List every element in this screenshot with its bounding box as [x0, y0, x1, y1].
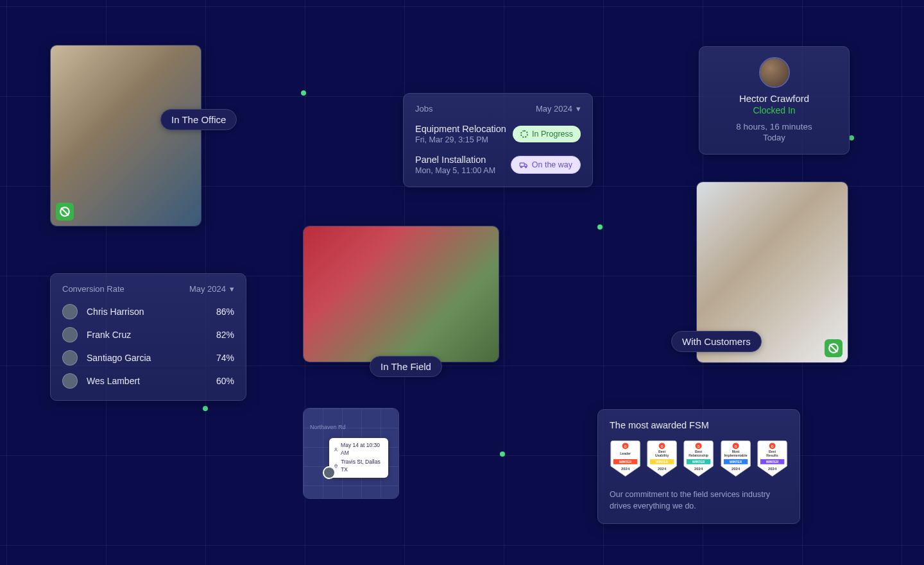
- svg-text:WINTER: WINTER: [656, 460, 669, 464]
- g2-badge: G Leader WINTER 2024: [610, 439, 641, 478]
- svg-text:Usability: Usability: [655, 453, 669, 457]
- job-row[interactable]: Panel Installation Mon, May 5, 11:00 AM …: [415, 155, 581, 175]
- svg-text:2024: 2024: [694, 467, 703, 471]
- map-road-label: Northaven Rd: [310, 424, 346, 430]
- field-image-card: [303, 226, 499, 362]
- office-tag: In The Office: [160, 109, 237, 130]
- technician-name: Hector Crawford: [708, 93, 840, 104]
- field-tag: In The Field: [370, 356, 442, 377]
- conversion-name: Wes Lambert: [87, 376, 216, 386]
- svg-text:Implementable: Implementable: [724, 453, 747, 457]
- job-title: Panel Installation: [415, 155, 495, 165]
- conversion-value: 82%: [216, 330, 234, 340]
- conversion-value: 60%: [216, 376, 234, 386]
- conversion-name: Chris Harrison: [87, 307, 216, 317]
- avatar: [62, 373, 78, 389]
- svg-text:WINTER: WINTER: [766, 460, 779, 464]
- svg-text:G: G: [624, 445, 627, 448]
- svg-text:G: G: [697, 445, 700, 448]
- conversion-period-dropdown[interactable]: May 2024▾: [189, 284, 234, 294]
- avatar: [759, 57, 790, 88]
- brand-logo-badge: [56, 203, 74, 221]
- svg-text:G: G: [734, 445, 737, 448]
- svg-text:Relationship: Relationship: [689, 453, 709, 457]
- avatar: [62, 327, 78, 342]
- map-card[interactable]: Northaven Rd May 14 at 10:30 AM Travis S…: [303, 408, 399, 499]
- g2-badge: G Best Usability WINTER 2024: [646, 439, 678, 478]
- conversion-row[interactable]: Frank Cruz 82%: [62, 327, 234, 342]
- technician-clock-card: Hector Crawford Clocked In 8 hours, 16 m…: [699, 46, 850, 155]
- conversion-row[interactable]: Wes Lambert 60%: [62, 373, 234, 389]
- job-subtitle: Mon, May 5, 11:00 AM: [415, 166, 495, 175]
- status-in-progress: In Progress: [513, 126, 581, 142]
- job-row[interactable]: Equipment Relocation Fri, Mar 29, 3:15 P…: [415, 124, 581, 144]
- conversion-name: Frank Cruz: [87, 330, 216, 340]
- g2-badge: G Best Relationship WINTER 2024: [683, 439, 714, 478]
- conversion-header: Conversion Rate: [62, 284, 124, 294]
- jobs-period-dropdown[interactable]: May 2024▾: [536, 104, 581, 114]
- status-on-the-way: On the way: [511, 156, 581, 174]
- svg-text:G: G: [771, 445, 774, 448]
- g2-badge: G Best Results WINTER 2024: [757, 439, 788, 478]
- accent-dot: [500, 451, 505, 457]
- pin-icon: [334, 464, 338, 469]
- office-image-card: [50, 45, 201, 226]
- svg-text:WINTER: WINTER: [730, 460, 742, 464]
- awards-title: The most awarded FSM: [610, 420, 788, 430]
- svg-text:2024: 2024: [621, 467, 630, 471]
- svg-text:WINTER: WINTER: [619, 460, 632, 464]
- awards-card: The most awarded FSM G Leader WINTER 202…: [597, 409, 800, 524]
- clock-status: Clocked In: [708, 105, 840, 115]
- svg-rect-2: [520, 163, 524, 166]
- accent-dot: [203, 406, 208, 411]
- avatar: [62, 304, 78, 319]
- office-image: [51, 46, 201, 226]
- conversion-value: 74%: [216, 353, 234, 363]
- conversion-row[interactable]: Santiago Garcia 74%: [62, 350, 234, 366]
- clock-hours: 8 hours, 16 minutes: [708, 122, 840, 131]
- svg-point-6: [336, 465, 336, 466]
- spinner-icon: [520, 130, 528, 138]
- accent-dot: [849, 135, 854, 140]
- svg-point-4: [525, 166, 526, 167]
- job-subtitle: Fri, Mar 29, 3:15 PM: [415, 135, 506, 144]
- user-icon: [334, 447, 338, 452]
- map-avatar-pin: [323, 466, 336, 479]
- svg-text:2024: 2024: [658, 467, 667, 471]
- awards-subtitle: Our commitment to the field services ind…: [610, 489, 788, 512]
- svg-text:Results: Results: [766, 453, 778, 457]
- brand-logo-badge: [825, 339, 843, 357]
- job-title: Equipment Relocation: [415, 124, 506, 134]
- svg-point-5: [335, 448, 336, 450]
- jobs-card: Jobs May 2024▾ Equipment Relocation Fri,…: [403, 93, 593, 187]
- accent-dot: [301, 90, 306, 96]
- svg-point-3: [520, 166, 522, 167]
- svg-text:G: G: [661, 445, 663, 448]
- jobs-header: Jobs: [415, 104, 432, 114]
- field-image: [304, 226, 499, 362]
- customers-tag: With Customers: [671, 331, 762, 352]
- map-popup: May 14 at 10:30 AM Travis St, Dallas TX: [329, 438, 388, 478]
- chevron-down-icon: ▾: [576, 104, 581, 114]
- clock-today-label: Today: [708, 133, 840, 142]
- conversion-value: 86%: [216, 307, 234, 317]
- conversion-rate-card: Conversion Rate May 2024▾ Chris Harrison…: [50, 273, 246, 401]
- conversion-row[interactable]: Chris Harrison 86%: [62, 304, 234, 319]
- g2-badge: G Most Implementable WINTER 2024: [720, 439, 751, 478]
- svg-text:WINTER: WINTER: [692, 460, 705, 464]
- conversion-name: Santiago Garcia: [87, 353, 216, 363]
- svg-text:Leader: Leader: [620, 451, 631, 455]
- svg-text:2024: 2024: [732, 467, 740, 471]
- truck-icon: [519, 160, 528, 169]
- svg-text:2024: 2024: [768, 467, 777, 471]
- chevron-down-icon: ▾: [230, 284, 234, 294]
- accent-dot: [597, 224, 603, 230]
- avatar: [62, 350, 78, 366]
